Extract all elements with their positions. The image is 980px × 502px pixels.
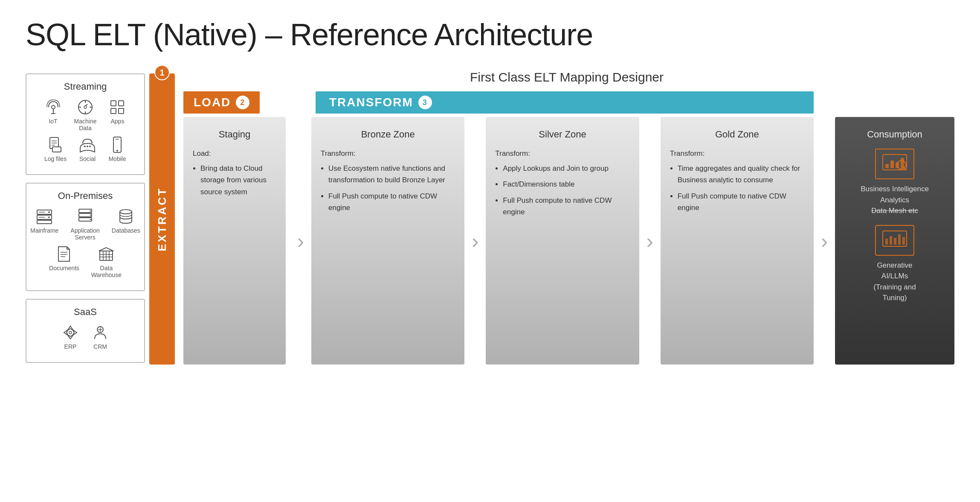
svg-rect-62 <box>898 234 901 245</box>
mainframe-item: Mainframe <box>30 207 58 241</box>
application-servers-icon <box>76 207 94 225</box>
streaming-title: Streaming <box>32 81 138 92</box>
svg-rect-17 <box>52 147 61 152</box>
erp-icon <box>61 324 79 341</box>
streaming-row1: IoT Machine Data <box>32 98 138 131</box>
iot-item: IoT <box>44 98 62 131</box>
svg-point-3 <box>84 106 87 108</box>
silver-bullet-0: Apply Lookups and Join to group <box>503 163 629 174</box>
documents-item: Documents <box>49 245 79 278</box>
arrow-4: › <box>814 117 835 365</box>
main-layout: Streaming IoT <box>26 73 954 365</box>
documents-label: Documents <box>49 265 79 271</box>
load-text: LOAD <box>194 96 231 109</box>
silver-heading: Transform: <box>495 148 629 159</box>
machine-data-label: Machine Data <box>74 118 97 131</box>
machine-data-item: Machine Data <box>74 98 97 131</box>
social-label: Social <box>79 155 96 162</box>
arrow-2: › <box>464 117 486 365</box>
bronze-card: Bronze Zone Transform: Use Ecosystem nat… <box>311 117 464 365</box>
log-files-label: Log files <box>44 155 67 162</box>
consumption-card: Consumption <box>835 117 954 365</box>
chevron-1-icon: › <box>297 229 304 253</box>
log-files-item: Log files <box>44 136 67 162</box>
staging-bullet-0: Bring data to Cloud storage from various… <box>200 163 276 198</box>
load-label-area: LOAD 2 <box>179 91 290 114</box>
mobile-label: Mobile <box>108 155 126 162</box>
bi-text: Business IntelligenceAnalyticsData Mesh … <box>861 184 929 216</box>
svg-rect-59 <box>885 239 888 245</box>
chevron-4-icon: › <box>821 229 828 253</box>
streaming-row2: Log files Social <box>32 136 138 162</box>
extract-bar: 1 EXTRACT <box>149 73 175 365</box>
svg-point-47 <box>69 331 72 334</box>
silver-col: Silver Zone Transform: Apply Lookups and… <box>486 117 639 365</box>
svg-rect-52 <box>885 164 889 168</box>
svg-rect-60 <box>890 236 892 245</box>
mainframe-label: Mainframe <box>30 227 58 234</box>
bronze-title: Bronze Zone <box>321 129 455 140</box>
iot-icon <box>44 98 62 116</box>
transform-badge: 3 <box>418 96 432 109</box>
silver-bullet-1: Fact/Dimensions table <box>503 178 629 190</box>
data-mesh-text: Data Mesh etc <box>871 207 918 215</box>
page-title: SQL ELT (Native) – Reference Architectur… <box>26 17 954 52</box>
gold-bullets: Time aggregates and quality check for Bu… <box>670 163 804 213</box>
diagram-area: First Class ELT Mapping Designer LOAD 2 … <box>179 73 954 365</box>
crm-icon <box>91 324 109 341</box>
svg-rect-12 <box>119 108 124 114</box>
bronze-bullets: Use Ecosystem native functions and trans… <box>321 163 455 213</box>
ai-icon <box>882 230 908 249</box>
crm-label: CRM <box>93 343 107 350</box>
apps-icon <box>108 98 126 116</box>
consumption-title: Consumption <box>867 129 922 140</box>
svg-point-0 <box>52 105 55 109</box>
documents-icon <box>55 245 73 263</box>
on-premises-row2: Documents Data Warehouse <box>32 245 138 278</box>
bronze-col: Bronze Zone Transform: Use Ecosystem nat… <box>311 117 464 365</box>
databases-item: Databases <box>112 207 140 241</box>
gold-card: Gold Zone Transform: Time aggregates and… <box>661 117 814 365</box>
top-labels-row: LOAD 2 TRANSFORM 3 <box>179 91 954 114</box>
on-premises-box: On-Premises Mainframe <box>26 183 145 291</box>
svg-rect-30 <box>37 220 52 224</box>
staging-bullets: Bring data to Cloud storage from various… <box>193 163 276 198</box>
data-warehouse-label: Data Warehouse <box>91 265 122 278</box>
silver-content: Transform: Apply Lookups and Join to gro… <box>495 148 629 222</box>
svg-point-35 <box>90 215 91 216</box>
transform-text: TRANSFORM <box>329 96 413 109</box>
bronze-bullet-0: Use Ecosystem native functions and trans… <box>328 163 455 186</box>
databases-label: Databases <box>112 227 140 234</box>
source-column: Streaming IoT <box>26 73 145 363</box>
svg-rect-63 <box>902 237 905 245</box>
chevron-2-icon: › <box>472 229 478 253</box>
streaming-box: Streaming IoT <box>26 73 145 175</box>
saas-box: SaaS ERP <box>26 299 145 363</box>
svg-rect-9 <box>111 101 116 106</box>
ai-text: GenerativeAI/LLMs(Training andTuning) <box>873 260 916 304</box>
apps-item: Apps <box>108 98 126 131</box>
svg-point-37 <box>120 210 132 214</box>
social-icon <box>78 136 96 154</box>
bronze-bullet-1: Full Push compute to native CDW engine <box>328 190 455 213</box>
staging-content: Load: Bring data to Cloud storage from v… <box>193 148 276 202</box>
zones-row: Staging Load: Bring data to Cloud storag… <box>179 117 954 365</box>
transform-label: TRANSFORM 3 <box>316 91 814 114</box>
chevron-3-icon: › <box>647 229 653 253</box>
gold-heading: Transform: <box>670 148 804 159</box>
application-servers-label: Application Servers <box>70 227 100 241</box>
silver-bullet-2: Full Push compute to native CDW engine <box>503 195 629 218</box>
bi-section: Business IntelligenceAnalyticsData Mesh … <box>861 149 929 216</box>
databases-icon <box>117 207 135 225</box>
silver-title: Silver Zone <box>495 129 629 140</box>
svg-point-22 <box>116 150 118 152</box>
ai-section: GenerativeAI/LLMs(Training andTuning) <box>873 225 916 304</box>
bi-icon-box <box>875 149 914 179</box>
apps-label: Apps <box>110 118 124 125</box>
staging-card: Staging Load: Bring data to Cloud storag… <box>183 117 286 365</box>
first-class-title: First Class ELT Mapping Designer <box>179 70 954 85</box>
consumption-col: Consumption <box>835 117 954 365</box>
social-item: Social <box>78 136 96 162</box>
gold-bullet-1: Full Push compute to native CDW engine <box>678 190 804 213</box>
load-badge: 2 <box>236 96 249 109</box>
